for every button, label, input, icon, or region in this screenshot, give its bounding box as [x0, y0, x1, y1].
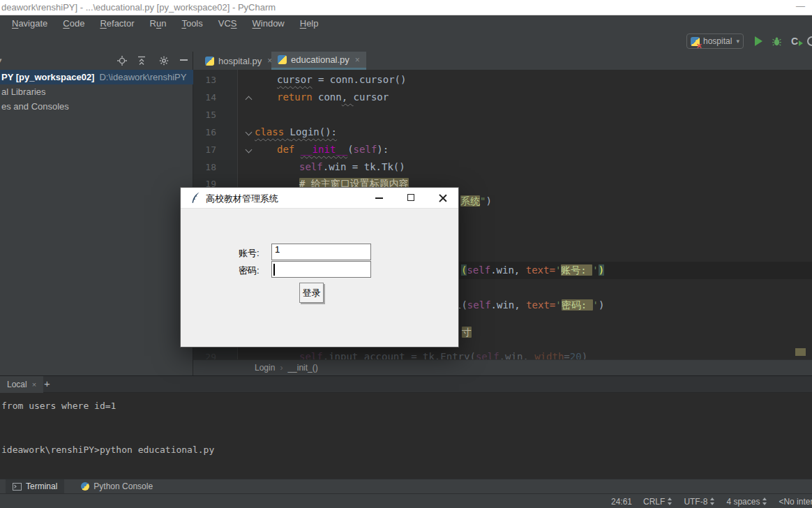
code-token: Login(): — [290, 126, 337, 137]
line-number: 15 — [193, 106, 216, 124]
line-number: 13 — [193, 71, 216, 89]
code-line-18[interactable]: 18self.win = tk.Tk() — [193, 158, 812, 176]
main-toolbar: hospital ▾ C — [0, 31, 812, 52]
menu-item-tools[interactable]: Tools — [174, 15, 210, 31]
os-title-bar: deawork\renshiPY] - ...\educational.py [… — [0, 0, 812, 15]
chevron-down-icon[interactable]: ▾ — [0, 56, 2, 65]
bug-icon — [772, 36, 782, 47]
code-token: ) — [599, 264, 604, 276]
fold-down-icon[interactable] — [246, 130, 252, 135]
code-line-13[interactable]: 13cursor = conn.cursor() — [193, 71, 812, 89]
error-stripe-mark — [795, 348, 806, 356]
code-text: return conn, cursor — [277, 89, 389, 106]
code-token: self — [354, 144, 377, 155]
code-token: def — [277, 144, 294, 155]
code-line-16[interactable]: 16class Login(): — [193, 124, 812, 141]
run-configuration-select[interactable]: hospital ▾ — [686, 33, 744, 49]
code-token: ) — [599, 299, 604, 311]
menu-item-code[interactable]: Code — [55, 15, 92, 31]
menu-item-help[interactable]: Help — [292, 15, 326, 31]
line-ending-widget[interactable]: CRLF — [643, 497, 672, 507]
code-token — [284, 126, 290, 137]
new-terminal-icon[interactable]: + — [44, 378, 50, 389]
code-token: text= — [526, 299, 555, 311]
code-token: self — [299, 161, 323, 172]
code-line-29[interactable]: 29self.input_account = tk.Entry(self.win… — [193, 348, 812, 359]
line-number: 14 — [193, 89, 216, 106]
tree-row-scratches[interactable]: es and Consoles — [0, 99, 193, 114]
account-label: 账号: — [239, 247, 260, 260]
code-text: l(self.win, text='密码: ') — [456, 297, 604, 314]
code-token: text= — [526, 264, 555, 276]
dialog-minimize-icon[interactable] — [375, 197, 383, 199]
breadcrumb-method[interactable]: __init_() — [285, 363, 320, 373]
close-icon[interactable]: × — [355, 55, 360, 65]
terminal-line: ideawork\renshiPY>python educational.py — [1, 442, 214, 457]
python-file-icon — [205, 57, 214, 66]
dialog-maximize-icon[interactable] — [407, 194, 414, 201]
menu-item-navigate[interactable]: Navigate — [4, 15, 55, 31]
tab-educational-py[interactable]: educational.py × — [271, 52, 366, 70]
gear-icon[interactable] — [159, 56, 169, 66]
code-text: cursor = conn.cursor() — [277, 71, 406, 89]
run-button[interactable] — [752, 35, 765, 47]
tree-row-external-libraries[interactable]: al Libraries — [0, 84, 193, 99]
code-line-15[interactable]: 15 — [193, 106, 812, 124]
toolwindow-terminal-button[interactable]: Terminal — [6, 479, 64, 494]
run-configuration-name: hospital — [703, 36, 732, 46]
breadcrumb: Login › __init_() — [193, 359, 812, 375]
dialog-close-icon[interactable] — [439, 194, 447, 202]
code-token: ) — [582, 351, 587, 359]
fold-up-icon[interactable] — [246, 95, 252, 100]
code-token: ' — [555, 299, 561, 311]
toolwindow-python-console-button[interactable]: Python Console — [74, 479, 160, 494]
run-with-coverage-button[interactable]: C — [788, 35, 801, 47]
code-token: self — [476, 351, 499, 359]
tree-row-label: al Libraries — [1, 87, 46, 97]
window-minimize-icon[interactable]: — — [796, 1, 805, 11]
profiler-icon[interactable] — [807, 36, 812, 46]
code-token: __init__ — [301, 144, 347, 155]
locate-file-icon[interactable] — [117, 56, 127, 66]
close-icon[interactable]: × — [32, 380, 36, 389]
menu-item-refactor[interactable]: Refactor — [92, 15, 142, 31]
login-button[interactable]: 登录 — [299, 283, 324, 303]
code-token: .win, — [490, 264, 526, 276]
code-token: cursor — [354, 91, 389, 103]
code-token: 20 — [570, 351, 582, 359]
project-root-path: D:\ideawork\renshiPY — [99, 72, 186, 82]
account-input[interactable]: 1 — [271, 244, 371, 260]
breadcrumb-class[interactable]: Login — [252, 363, 278, 373]
dialog-title: 高校教材管理系统 — [206, 193, 278, 205]
project-root-row[interactable]: PY [py_workspace02] D:\ideawork\renshiPY — [0, 70, 193, 84]
caret-position-widget[interactable]: 24:61 — [611, 497, 632, 507]
password-input[interactable] — [271, 261, 371, 278]
code-token: return — [277, 91, 313, 103]
code-token: self — [299, 351, 323, 359]
collapse-all-icon[interactable] — [137, 56, 146, 66]
indent-widget[interactable]: 4 spaces — [726, 497, 767, 507]
hide-panel-icon[interactable] — [180, 59, 188, 61]
interpreter-widget[interactable]: <No interpr — [779, 497, 812, 507]
menu-item-vcs[interactable]: VCS — [211, 15, 245, 31]
encoding-widget[interactable]: UTF-8 — [684, 497, 715, 507]
terminal-tab-local[interactable]: Local × — [0, 376, 43, 393]
code-line-17[interactable]: 17def __init__(self): — [193, 141, 812, 158]
code-token: = conn.cursor() — [313, 74, 407, 85]
python-config-icon — [691, 37, 700, 46]
fold-down-icon[interactable] — [246, 147, 252, 153]
code-line-14[interactable]: 14return conn, cursor — [193, 89, 812, 106]
debug-button[interactable] — [770, 35, 783, 47]
menu-item-window[interactable]: Window — [245, 15, 292, 31]
menu-item-run[interactable]: Run — [142, 15, 174, 31]
tab-hospital-py[interactable]: hospital.py × — [199, 52, 278, 70]
terminal-line — [1, 413, 214, 428]
code-token: width — [534, 351, 564, 359]
code-token: 系统 — [460, 195, 480, 207]
code-token: ' — [593, 299, 599, 311]
terminal-output[interactable]: from users where id=1ideawork\renshiPY>p… — [1, 398, 214, 457]
code-text: (self.win, text='账号: ') — [461, 262, 604, 279]
code-text: 寸 — [462, 324, 472, 341]
menu-bar: NavigateCodeRefactorRunToolsVCSWindowHel… — [0, 15, 812, 31]
dialog-title-bar[interactable]: 高校教材管理系统 — [181, 188, 458, 209]
